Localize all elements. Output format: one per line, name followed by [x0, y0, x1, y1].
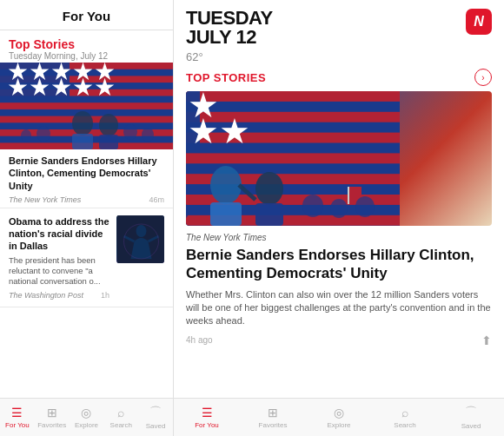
story2-time: 1h: [101, 291, 109, 300]
story2-body: The president has been reluctant to conv…: [9, 255, 109, 287]
left-content: Top Stories Tuesday Morning, July 12 ★★★…: [0, 30, 173, 398]
story2-meta: The Washington Post 1h: [9, 291, 109, 300]
svg-rect-44: [348, 187, 349, 204]
right-top-stories-label: TOP STORIES: [186, 71, 266, 84]
right-temp: 62°: [186, 50, 273, 63]
top-stories-header: Top Stories Tuesday Morning, July 12: [0, 30, 173, 63]
left-panel-title: For You: [63, 9, 110, 23]
svg-rect-36: [255, 203, 283, 226]
right-favorites-icon: ⊞: [268, 406, 278, 419]
right-story-headline: Bernie Sanders Endorses Hillary Clinton,…: [186, 246, 492, 283]
right-saved-label: Saved: [461, 422, 481, 430]
svg-text:★★★★★: ★★★★★: [7, 63, 116, 85]
svg-rect-14: [99, 135, 118, 149]
left-panel: For You Top Stories Tuesday Morning, Jul…: [0, 0, 174, 436]
top-stories-label: Top Stories: [9, 37, 164, 51]
for-you-label: For You: [5, 421, 30, 429]
left-tab-search[interactable]: ⌕ Search: [103, 399, 138, 436]
right-explore-label: Explore: [327, 421, 350, 429]
right-search-icon: ⌕: [401, 406, 408, 419]
svg-point-11: [72, 111, 93, 135]
left-tab-saved[interactable]: ⌒ Saved: [138, 399, 173, 436]
right-date-block: TUESDAY JULY 12 62°: [186, 9, 273, 63]
left-header: For You: [0, 0, 173, 30]
svg-point-33: [210, 166, 242, 204]
left-tab-for-you[interactable]: ☰ For You: [0, 399, 35, 436]
svg-rect-34: [210, 202, 242, 226]
story1-meta: The New York Times 46m: [9, 195, 164, 204]
news-app-icon: N: [466, 9, 492, 35]
svg-point-15: [36, 126, 50, 142]
right-for-you-label: For You: [195, 421, 219, 429]
story2-thumbnail: [116, 215, 164, 263]
right-story-time: 4h ago: [186, 335, 213, 345]
explore-label: Explore: [75, 421, 98, 429]
left-tab-explore[interactable]: ◎ Explore: [70, 399, 104, 436]
right-header: TUESDAY JULY 12 62° N: [174, 0, 504, 69]
svg-rect-12: [72, 134, 93, 149]
svg-point-13: [99, 114, 118, 136]
svg-point-18: [21, 129, 31, 142]
right-story-image: ★★★★★ ★★★★: [186, 91, 492, 226]
story2-headline: Obama to address the nation's racial div…: [9, 215, 109, 253]
right-day: TUESDAY: [186, 9, 273, 28]
right-story-body: Whether Mrs. Clinton can also win over t…: [186, 288, 492, 328]
saved-label: Saved: [146, 422, 166, 430]
share-icon[interactable]: ⬆: [481, 334, 492, 347]
svg-point-40: [330, 199, 348, 218]
svg-rect-26: [186, 153, 400, 163]
svg-rect-45: [349, 187, 361, 195]
right-source-italic: The New York Times: [186, 233, 267, 242]
search-label: Search: [110, 421, 132, 429]
story1-image: ★★★★★ ★★★★★: [0, 63, 173, 149]
right-date: JULY 12: [186, 28, 273, 47]
left-tab-favorites[interactable]: ⊞ Favorites: [35, 399, 70, 436]
svg-text:★★★★: ★★★★: [186, 91, 219, 124]
story2-source: The Washington Post: [9, 291, 83, 300]
story2-text: Obama to address the nation's racial div…: [9, 215, 109, 300]
svg-point-17: [142, 128, 154, 142]
search-icon: ⌕: [117, 406, 124, 419]
left-tab-bar: ☰ For You ⊞ Favorites ◎ Explore ⌕ Search…: [0, 398, 173, 436]
svg-rect-4: [0, 102, 173, 109]
right-saved-icon: ⌒: [465, 405, 477, 420]
right-tab-saved[interactable]: ⌒ Saved: [438, 399, 504, 436]
right-for-you-icon: ☰: [202, 406, 213, 419]
right-tab-explore[interactable]: ◎ Explore: [306, 399, 372, 436]
right-story-meta: 4h ago ⬆: [186, 334, 492, 347]
right-story-source: The New York Times: [186, 233, 492, 242]
story1-source: The New York Times: [9, 195, 81, 204]
for-you-icon: ☰: [11, 406, 23, 419]
right-search-label: Search: [394, 421, 415, 429]
favorites-label: Favorites: [37, 421, 66, 429]
svg-point-20: [136, 225, 146, 237]
story1-time: 46m: [149, 195, 164, 204]
right-tab-favorites[interactable]: ⊞ Favorites: [240, 399, 306, 436]
story2-block: Obama to address the nation's racial div…: [0, 208, 173, 307]
svg-point-35: [255, 172, 283, 205]
story1-text-block: Bernie Sanders Endorses Hillary Clinton,…: [0, 149, 173, 208]
saved-icon: ⌒: [149, 405, 162, 420]
top-stories-date: Tuesday Morning, July 12: [9, 51, 164, 61]
right-panel: TUESDAY JULY 12 62° N TOP STORIES ›: [174, 0, 504, 436]
story1-headline: Bernie Sanders Endorses Hillary Clinton,…: [9, 155, 164, 192]
right-tab-bar: ☰ For You ⊞ Favorites ◎ Explore ⌕ Search…: [174, 398, 504, 436]
svg-point-39: [302, 195, 323, 217]
svg-point-41: [355, 196, 375, 217]
right-explore-icon: ◎: [334, 406, 344, 419]
favorites-icon: ⊞: [47, 406, 57, 419]
right-top-stories-bar: TOP STORIES ›: [174, 69, 504, 91]
right-tab-search[interactable]: ⌕ Search: [372, 399, 438, 436]
right-favorites-label: Favorites: [259, 421, 288, 429]
see-more-button[interactable]: ›: [474, 69, 492, 86]
right-main-story: ★★★★★ ★★★★: [174, 91, 504, 398]
explore-icon: ◎: [81, 406, 91, 419]
svg-point-16: [123, 124, 137, 140]
right-tab-for-you[interactable]: ☰ For You: [174, 399, 240, 436]
